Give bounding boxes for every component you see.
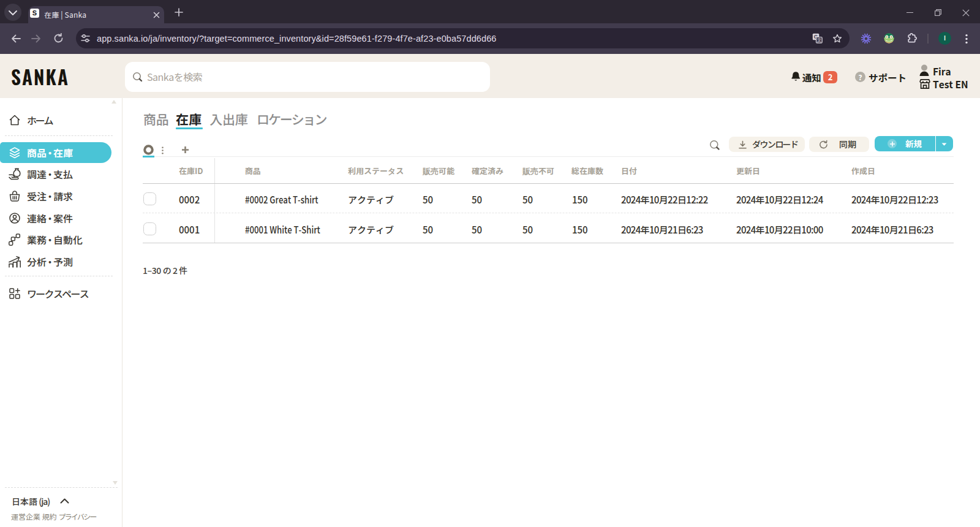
svg-text:文: 文: [817, 36, 822, 43]
